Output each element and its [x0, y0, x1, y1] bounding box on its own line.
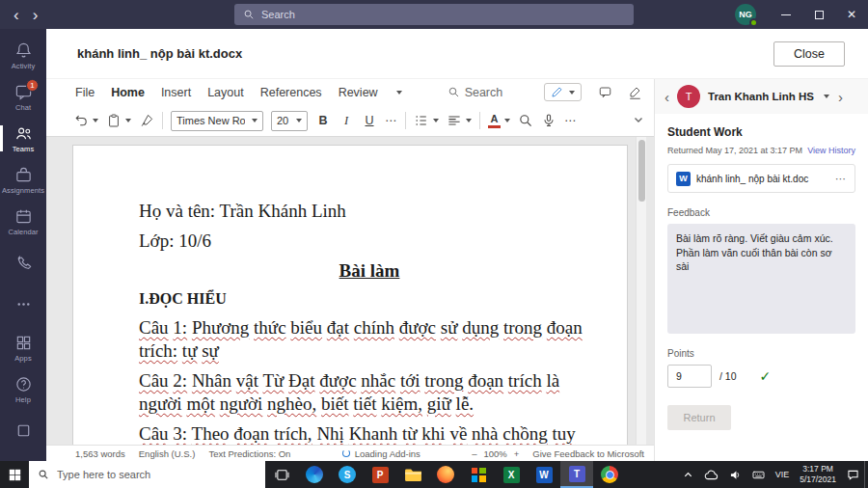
- close-button[interactable]: Close: [773, 41, 845, 67]
- undo-dropdown-icon: [93, 119, 98, 122]
- sidebar-item-activity[interactable]: Activity: [0, 35, 46, 76]
- sidebar-item-apps[interactable]: Apps: [0, 327, 46, 368]
- phone-icon: [14, 254, 33, 272]
- teams-icon[interactable]: T: [560, 461, 593, 488]
- tab-home[interactable]: Home: [111, 86, 145, 99]
- file-explorer-icon[interactable]: [396, 461, 429, 488]
- text-predictions-toggle[interactable]: Text Predictions: On: [208, 448, 290, 459]
- proofing-language[interactable]: English (U.S.): [139, 448, 196, 459]
- bullet-list-button[interactable]: [414, 113, 439, 128]
- taskbar-search[interactable]: [29, 461, 265, 488]
- firefox-icon[interactable]: [429, 461, 462, 488]
- sidebar-item-assignments[interactable]: Assignments: [0, 159, 46, 201]
- hidden-icons-chevron-icon[interactable]: [683, 470, 693, 480]
- speaker-icon[interactable]: [729, 470, 742, 480]
- zoom-out-button[interactable]: –: [472, 448, 476, 459]
- return-button[interactable]: Return: [667, 405, 731, 430]
- more-toolbar-button[interactable]: ⋯: [564, 114, 577, 127]
- paste-button[interactable]: [106, 113, 131, 128]
- editing-mode-icon[interactable]: [628, 85, 642, 99]
- student-name-dropdown[interactable]: Tran Khanh Linh HS: [708, 91, 814, 102]
- sidebar-item-chat[interactable]: 1 Chat: [0, 76, 46, 118]
- window-controls: NG ✕: [735, 0, 868, 29]
- profile-avatar[interactable]: NG: [735, 4, 756, 25]
- view-history-link[interactable]: View History: [807, 146, 855, 155]
- onedrive-cloud-icon[interactable]: [704, 470, 719, 480]
- more-formatting-button[interactable]: ⋯: [385, 114, 397, 127]
- tab-file[interactable]: File: [75, 86, 95, 99]
- document-scrollbar[interactable]: [636, 137, 646, 445]
- pen-dropdown-icon: [569, 91, 575, 95]
- sidebar-more-button[interactable]: [0, 284, 46, 325]
- points-input[interactable]: [667, 365, 712, 388]
- start-button[interactable]: [0, 461, 29, 488]
- sidebar-item-devices[interactable]: [0, 410, 46, 451]
- font-size-dropdown-icon: [296, 119, 302, 122]
- attachment-card[interactable]: W khánh linh_ nộp bài kt.doc ⋯: [667, 164, 855, 193]
- edge-icon[interactable]: [298, 461, 331, 488]
- show-desktop-button[interactable]: [864, 461, 868, 488]
- feedback-textbox[interactable]: Bài làm rõ ràng. Viết giàu cảm xúc. Phần…: [667, 224, 855, 334]
- dictate-button[interactable]: [541, 113, 556, 128]
- tab-insert[interactable]: Insert: [161, 86, 191, 99]
- chrome-icon[interactable]: [593, 461, 626, 488]
- document-page[interactable]: Họ và tên: Trần Khánh Linh Lớp: 10/6 Bài…: [72, 145, 628, 445]
- skype-icon[interactable]: S: [331, 461, 364, 488]
- close-window-button[interactable]: ✕: [835, 0, 868, 29]
- powerpoint-icon[interactable]: P: [364, 461, 396, 488]
- sidebar-item-calls[interactable]: [0, 242, 46, 284]
- word-count[interactable]: 1,563 words: [75, 448, 125, 459]
- input-language-indicator[interactable]: VIE: [775, 470, 790, 479]
- square-device-icon: [14, 421, 33, 440]
- font-size-select[interactable]: 20: [271, 111, 308, 131]
- formatting-toolbar: Times New Ro... 20 B I U ⋯: [46, 105, 654, 136]
- toolbar-divider: [479, 112, 480, 129]
- tab-layout[interactable]: Layout: [207, 86, 244, 99]
- format-painter-button[interactable]: [139, 113, 154, 128]
- zoom-level[interactable]: 100%: [483, 448, 506, 459]
- clock-date: 5/17/2021: [800, 474, 836, 484]
- microsoft-apps-icon[interactable]: [462, 461, 495, 488]
- touch-keyboard-icon[interactable]: [752, 470, 765, 480]
- comments-icon[interactable]: [598, 85, 612, 99]
- action-center-icon[interactable]: [847, 470, 859, 480]
- excel-icon[interactable]: X: [495, 461, 528, 488]
- back-icon[interactable]: ‹: [14, 7, 19, 23]
- font-color-button[interactable]: A: [488, 114, 510, 128]
- ellipsis-icon: [14, 295, 33, 313]
- maximize-button[interactable]: [802, 0, 835, 29]
- taskbar-search-input[interactable]: [57, 469, 257, 480]
- document-search-button[interactable]: Search: [448, 86, 503, 99]
- collapse-ribbon-button[interactable]: [633, 112, 644, 129]
- alignment-button[interactable]: [447, 113, 472, 128]
- previous-student-icon[interactable]: ‹: [665, 90, 669, 104]
- sidebar-item-help[interactable]: Help: [0, 368, 46, 410]
- italic-button[interactable]: I: [339, 114, 354, 128]
- tab-review[interactable]: Review: [339, 86, 378, 99]
- sidebar-item-calendar[interactable]: Calendar: [0, 201, 46, 242]
- teams-app-window: ‹ › Search NG ✕ Activity 1: [0, 0, 868, 488]
- sidebar-item-teams[interactable]: Teams: [0, 118, 46, 159]
- bold-button[interactable]: B: [315, 114, 331, 127]
- scrollbar-thumb[interactable]: [638, 140, 645, 202]
- zoom-in-button[interactable]: +: [514, 448, 520, 459]
- more-tabs-chevron-icon[interactable]: [396, 91, 402, 95]
- forward-icon[interactable]: ›: [33, 7, 39, 23]
- underline-button[interactable]: U: [362, 114, 377, 127]
- student-dropdown-icon[interactable]: [824, 95, 829, 98]
- tab-references[interactable]: References: [260, 86, 322, 99]
- word-icon[interactable]: W: [528, 461, 560, 488]
- grading-panel: ‹ T Tran Khanh Linh HS › Student Work Re…: [654, 79, 868, 461]
- undo-button[interactable]: [73, 113, 98, 128]
- give-feedback-link[interactable]: Give Feedback to Microsoft: [532, 448, 644, 459]
- taskbar-clock[interactable]: 3:17 PM 5/17/2021: [800, 464, 836, 484]
- task-view-button[interactable]: [265, 461, 298, 488]
- attachment-more-button[interactable]: ⋯: [835, 173, 847, 185]
- next-student-icon[interactable]: ›: [838, 90, 843, 104]
- quick-pen-button[interactable]: [544, 83, 582, 101]
- editor-assistant-button[interactable]: [518, 113, 533, 128]
- minimize-button[interactable]: [770, 0, 802, 29]
- teams-search-bar[interactable]: Search: [234, 4, 634, 25]
- presence-available-icon: [749, 18, 758, 27]
- font-name-select[interactable]: Times New Ro...: [171, 111, 263, 131]
